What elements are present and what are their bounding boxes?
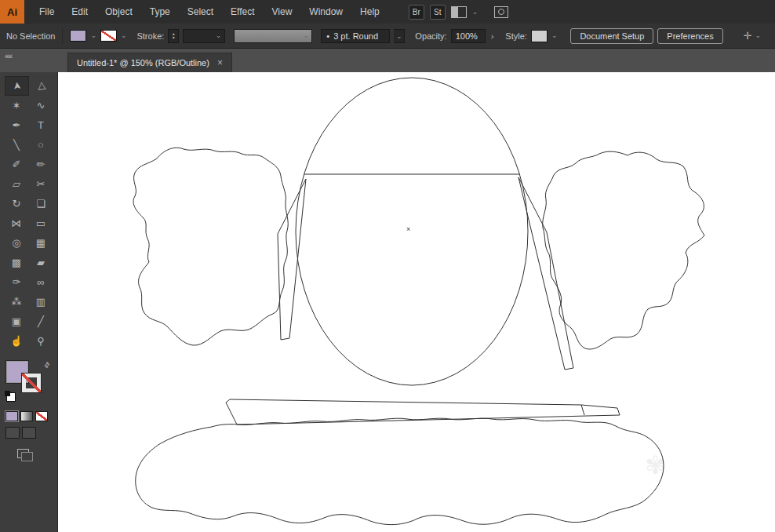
document-tab-title: Untitled-1* @ 150% (RGB/Outline)	[77, 58, 209, 67]
selection-icon: ➤	[10, 81, 23, 90]
menu-file[interactable]: File	[31, 0, 63, 24]
rotate-icon: ↻	[13, 198, 21, 210]
menu-view[interactable]: View	[264, 0, 301, 24]
tool-symbol-sprayer[interactable]: ⁂	[5, 292, 29, 312]
swap-fill-stroke-icon[interactable]: ⇄	[42, 360, 52, 370]
tool-column-graph[interactable]: ▥	[29, 292, 53, 312]
menu-edit[interactable]: Edit	[63, 0, 96, 24]
menu-help[interactable]: Help	[351, 0, 388, 24]
control-bar: No Selection ⌄ ⌄ Stroke: ▴ ▾ ⌄ ⌄ • 3 pt.…	[0, 24, 775, 49]
stroke-width-select[interactable]: ⌄	[183, 29, 225, 43]
tool-scale[interactable]: ❏	[29, 194, 53, 213]
opacity-label: Opacity:	[415, 31, 446, 41]
tool-paintbrush[interactable]: ✐	[5, 155, 29, 174]
tool-ellipse[interactable]: ○	[29, 135, 53, 155]
default-fill-stroke-icon[interactable]	[6, 392, 16, 402]
draw-normal-icon[interactable]	[5, 427, 20, 439]
watermark-icon: ✾	[645, 451, 666, 479]
gradient-icon: ▰	[37, 257, 45, 268]
type-icon: T	[38, 119, 44, 131]
tool-slice[interactable]: ╱	[29, 312, 53, 331]
stock-button[interactable]: St	[430, 5, 446, 20]
line-segment-icon: ╲	[13, 139, 20, 151]
fill-dropdown-icon[interactable]: ⌄	[90, 32, 96, 39]
artboard-icon: ▣	[12, 315, 21, 327]
tool-hand[interactable]: ☝	[5, 331, 29, 351]
eraser-icon: ▱	[13, 178, 20, 190]
tool-selection[interactable]: ➤	[5, 76, 29, 96]
tool-width[interactable]: ⋈	[5, 213, 29, 233]
tool-pencil[interactable]: ✏	[29, 155, 53, 174]
artboard-canvas[interactable]: ✾ ×	[58, 72, 775, 532]
close-icon[interactable]: ×	[217, 58, 223, 67]
menu-select[interactable]: Select	[179, 0, 222, 24]
chevron-down-icon[interactable]: ⌄	[472, 9, 478, 16]
stroke-dropdown-icon[interactable]: ⌄	[121, 32, 127, 39]
magic-wand-icon: ✶	[13, 100, 21, 111]
opacity-input[interactable]: 100%	[451, 29, 486, 43]
tool-eraser[interactable]: ▱	[5, 174, 29, 194]
fill-stroke-widget: ⇄	[5, 361, 53, 408]
drawing-modes-row	[5, 427, 36, 439]
opacity-flyout-icon[interactable]: ›	[489, 31, 496, 41]
brush-definition-select[interactable]: • 3 pt. Round	[321, 29, 390, 43]
tool-line-segment[interactable]: ╲	[5, 135, 29, 155]
tool-artboard[interactable]: ▣	[5, 312, 29, 331]
tool-magic-wand[interactable]: ✶	[5, 96, 29, 115]
gradient-button[interactable]	[20, 411, 33, 421]
document-tab[interactable]: Untitled-1* @ 150% (RGB/Outline) ×	[67, 53, 232, 72]
chevron-down-icon[interactable]: ⌄	[755, 32, 761, 39]
right-blob-path	[543, 151, 704, 349]
bridge-button[interactable]: Br	[409, 5, 424, 20]
brush-dot-icon: •	[326, 31, 329, 41]
spinner-down-icon[interactable]: ▾	[173, 36, 175, 40]
variable-width-profile-select[interactable]: ⌄	[234, 29, 312, 43]
menu-object[interactable]: Object	[96, 0, 141, 24]
menu-window[interactable]: Window	[300, 0, 351, 24]
body-ellipse-path	[296, 78, 528, 385]
tool-free-transform[interactable]: ▭	[29, 213, 53, 233]
tool-mesh[interactable]: ▩	[5, 253, 29, 272]
tool-blend[interactable]: ∞	[29, 272, 53, 292]
style-swatch[interactable]	[531, 30, 548, 42]
menu-type[interactable]: Type	[141, 0, 179, 24]
arrange-documents-icon[interactable]	[451, 6, 467, 18]
tool-eyedropper[interactable]: ✑	[5, 272, 29, 292]
stroke-color-swatch[interactable]	[100, 30, 117, 42]
control-panel-icon[interactable]: ✛	[744, 30, 752, 42]
tool-pen[interactable]: ✒	[5, 115, 29, 135]
stroke-width-stepper[interactable]: ▴ ▾	[168, 29, 179, 43]
style-dropdown-icon[interactable]: ⌄	[551, 32, 558, 39]
tool-type[interactable]: T	[29, 115, 53, 135]
menu-effect[interactable]: Effect	[222, 0, 263, 24]
collapse-dock-icon[interactable]: ««	[5, 52, 12, 60]
brush-definition-dropdown-icon[interactable]: ⌄	[394, 29, 405, 43]
tools-grid: ➤▷✶∿✒T╲○✐✏▱✂↻❏⋈▭◎▦▩▰✑∞⁂▥▣╱☝⚲	[0, 76, 57, 351]
tool-shape-builder[interactable]: ◎	[5, 233, 29, 253]
object-center-mark: ×	[406, 225, 410, 233]
outline-artwork: ✾	[58, 72, 775, 532]
hand-icon: ☝	[10, 335, 23, 347]
document-setup-button[interactable]: Document Setup	[570, 28, 653, 44]
preferences-button[interactable]: Preferences	[657, 28, 722, 44]
none-button[interactable]	[35, 411, 48, 421]
tool-gradient[interactable]: ▰	[29, 253, 53, 272]
tool-scissors[interactable]: ✂	[29, 174, 53, 194]
style-label: Style:	[505, 31, 527, 41]
left-blob-path	[133, 148, 288, 345]
width-icon: ⋈	[12, 217, 22, 229]
lasso-icon: ∿	[37, 100, 45, 111]
tool-perspective-grid[interactable]: ▦	[29, 233, 53, 253]
tool-direct-selection[interactable]: ▷	[29, 76, 53, 96]
change-screen-mode-icon[interactable]	[17, 449, 29, 458]
tool-lasso[interactable]: ∿	[29, 96, 53, 115]
tool-zoom[interactable]: ⚲	[29, 331, 53, 351]
draw-behind-icon[interactable]	[22, 427, 36, 439]
chevron-down-icon: ⌄	[216, 32, 222, 39]
color-button[interactable]	[5, 411, 18, 421]
left-arm-path	[278, 179, 306, 340]
tool-rotate[interactable]: ↻	[5, 194, 29, 213]
fill-color-swatch[interactable]	[70, 30, 86, 42]
mesh-icon: ▩	[12, 257, 21, 268]
screen-mode-icon[interactable]	[494, 6, 508, 18]
